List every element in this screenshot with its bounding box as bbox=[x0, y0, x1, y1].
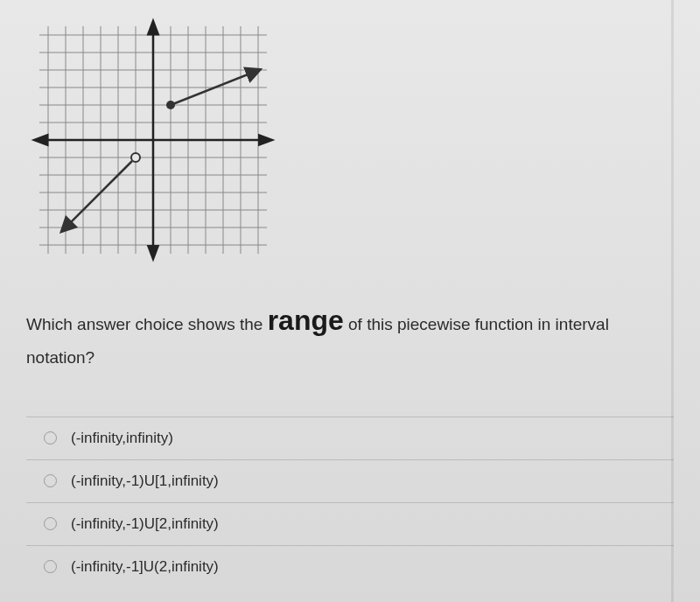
option-row[interactable]: (-infinity,infinity) bbox=[26, 416, 674, 459]
option-row[interactable]: (-infinity,-1)U[1,infinity) bbox=[26, 459, 674, 502]
option-row[interactable]: (-infinity,-1]U(2,infinity) bbox=[26, 545, 674, 588]
question-emphasized: range bbox=[268, 304, 344, 336]
option-label: (-infinity,-1]U(2,infinity) bbox=[71, 558, 219, 576]
svg-point-31 bbox=[131, 153, 140, 162]
svg-line-30 bbox=[66, 161, 132, 228]
radio-icon[interactable] bbox=[44, 560, 57, 573]
option-label: (-infinity,-1)U[2,infinity) bbox=[71, 515, 219, 533]
radio-icon[interactable] bbox=[44, 517, 57, 530]
question-prefix: Which answer choice shows the bbox=[26, 315, 268, 333]
svg-point-33 bbox=[166, 101, 175, 109]
option-row[interactable]: (-infinity,-1)U[2,infinity) bbox=[26, 502, 674, 545]
options-list: (-infinity,infinity) (-infinity,-1)U[1,i… bbox=[26, 416, 674, 588]
option-label: (-infinity,-1)U[1,infinity) bbox=[71, 472, 219, 490]
option-label: (-infinity,infinity) bbox=[71, 430, 173, 447]
graph-image bbox=[31, 18, 674, 266]
svg-line-32 bbox=[171, 72, 255, 105]
radio-icon[interactable] bbox=[44, 431, 57, 444]
radio-icon[interactable] bbox=[44, 474, 57, 487]
question-text: Which answer choice shows the range of t… bbox=[26, 297, 674, 373]
